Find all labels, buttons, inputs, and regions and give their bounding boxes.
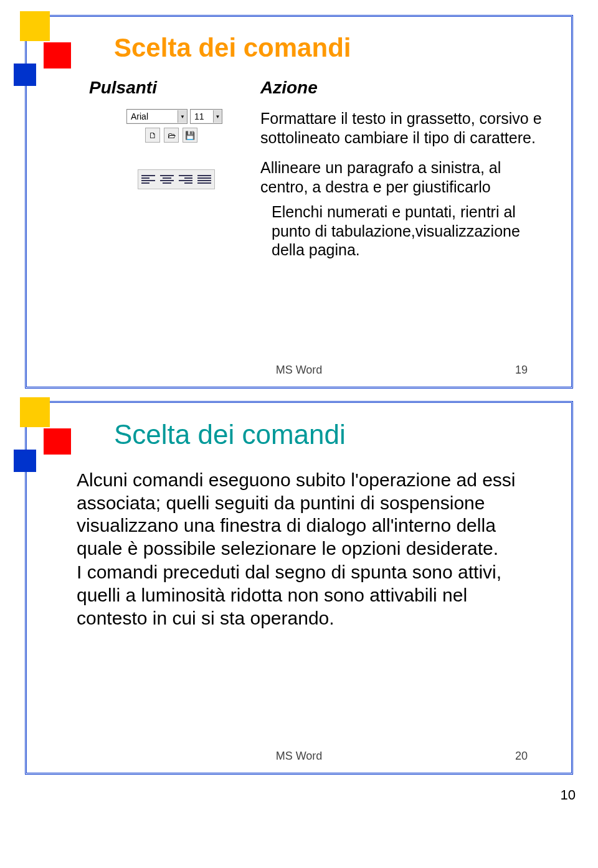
desc-list: Elenchi numerati e puntati, rientri al p… — [260, 202, 546, 260]
slide-page-number: 19 — [515, 364, 528, 377]
slide-1: Scelta dei comandi Pulsanti Azione Arial… — [25, 15, 573, 389]
footer-text: MS Word — [276, 750, 323, 762]
document-page-number: 10 — [0, 787, 576, 803]
slide-page-number: 20 — [515, 750, 528, 763]
align-justify-icon[interactable] — [196, 172, 212, 187]
toolbar-font-area: Arial ▼ 11 ▼ 🗋 🗁 💾 — [52, 109, 260, 143]
body-paragraph-2: I comandi preceduti dal segno di spunta … — [77, 561, 528, 630]
desc-align: Allineare un paragrafo a sinistra, al ce… — [260, 158, 546, 196]
desc-format: Formattare il testo in grassetto, corsiv… — [260, 109, 546, 147]
square-yellow — [20, 11, 50, 41]
font-name-dropdown[interactable]: Arial ▼ — [126, 109, 187, 124]
column-header-pulsanti: Pulsanti — [52, 78, 260, 98]
square-yellow — [20, 397, 50, 427]
footer-text: MS Word — [276, 364, 323, 376]
toolbar-align-area — [52, 158, 260, 189]
new-file-icon[interactable]: 🗋 — [145, 128, 160, 143]
slide-title: Scelta dei comandi — [114, 33, 546, 63]
column-header-azione: Azione — [260, 78, 546, 98]
square-red — [44, 42, 71, 68]
square-blue — [14, 64, 36, 86]
square-red — [44, 428, 71, 455]
chevron-down-icon: ▼ — [178, 110, 187, 123]
slide-footer: MS Word 19 — [27, 364, 571, 377]
align-center-icon[interactable] — [159, 172, 175, 187]
font-size-value: 11 — [191, 110, 213, 123]
font-name-value: Arial — [127, 110, 178, 123]
slide-title: Scelta dei comandi — [114, 419, 546, 450]
save-file-icon[interactable]: 💾 — [183, 128, 197, 143]
square-blue — [14, 450, 36, 472]
font-size-dropdown[interactable]: 11 ▼ — [190, 109, 222, 124]
slide-2: Scelta dei comandi Alcuni comandi eseguo… — [25, 401, 573, 775]
slide-footer: MS Word 20 — [27, 750, 571, 763]
body-paragraph-1: Alcuni comandi eseguono subito l'operazi… — [77, 469, 528, 560]
open-file-icon[interactable]: 🗁 — [164, 128, 179, 143]
align-left-icon[interactable] — [140, 172, 156, 187]
align-right-icon[interactable] — [178, 172, 194, 187]
chevron-down-icon: ▼ — [213, 110, 222, 123]
